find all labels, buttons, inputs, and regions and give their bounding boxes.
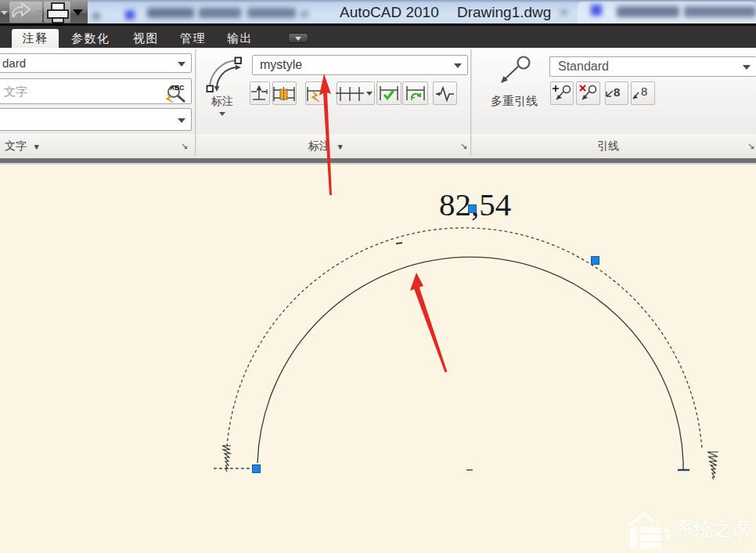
svg-text:ABC: ABC	[170, 84, 184, 92]
svg-text:8: 8	[614, 85, 620, 99]
svg-text:8: 8	[641, 85, 647, 98]
